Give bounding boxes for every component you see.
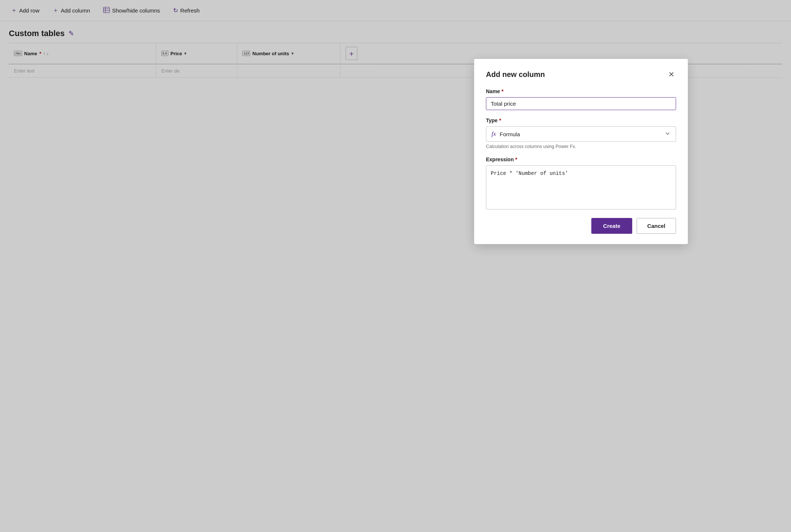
type-required-indicator: *: [499, 117, 501, 123]
cancel-button[interactable]: Cancel: [637, 218, 676, 234]
panel-title: Add new column: [486, 70, 545, 79]
expression-input[interactable]: Price * 'Number of units': [486, 165, 676, 209]
close-panel-button[interactable]: ✕: [667, 69, 676, 80]
column-name-input[interactable]: [486, 97, 676, 110]
type-field-group: Type * fx Formula Calculation across col…: [486, 117, 676, 149]
expression-label-text: Expression: [486, 156, 514, 162]
name-label-text: Name: [486, 88, 500, 94]
expression-field-label: Expression *: [486, 156, 676, 162]
formula-helper-text: Calculation across columns using Power F…: [486, 144, 676, 149]
close-icon: ✕: [668, 70, 675, 78]
type-select[interactable]: fx Formula: [486, 126, 676, 142]
name-required-indicator: *: [501, 88, 503, 94]
name-field-group: Name *: [486, 88, 676, 110]
panel-footer: Create Cancel: [486, 218, 676, 234]
expression-field-group: Expression * Price * 'Number of units': [486, 156, 676, 211]
type-field-label: Type *: [486, 117, 676, 123]
type-select-value: Formula: [500, 131, 520, 137]
create-button[interactable]: Create: [591, 218, 632, 234]
type-select-inner: fx Formula: [491, 130, 520, 138]
name-field-label: Name *: [486, 88, 676, 94]
panel-header: Add new column ✕: [486, 69, 676, 80]
expression-required-indicator: *: [515, 156, 517, 162]
formula-fx-icon: fx: [491, 130, 496, 138]
type-label-text: Type: [486, 117, 498, 123]
add-column-panel: Add new column ✕ Name * Type * fx Formul…: [474, 59, 688, 244]
type-select-chevron-icon: [665, 131, 671, 138]
